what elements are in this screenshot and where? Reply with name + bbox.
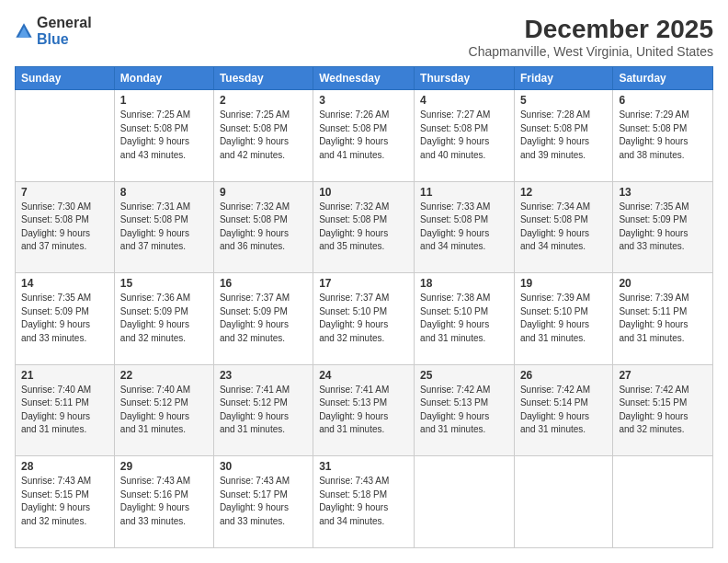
day-info: Sunrise: 7:43 AM Sunset: 5:16 PM Dayligh…: [120, 475, 208, 528]
calendar-cell: 9Sunrise: 7:32 AM Sunset: 5:08 PM Daylig…: [213, 181, 313, 273]
day-number: 4: [420, 94, 508, 107]
calendar-cell: 25Sunrise: 7:42 AM Sunset: 5:13 PM Dayli…: [415, 364, 515, 456]
day-info: Sunrise: 7:32 AM Sunset: 5:08 PM Dayligh…: [220, 201, 307, 254]
day-number: 3: [319, 94, 408, 107]
calendar-week: 14Sunrise: 7:35 AM Sunset: 5:09 PM Dayli…: [16, 273, 713, 365]
weekday-header: Saturday: [613, 67, 713, 90]
calendar-cell: 13Sunrise: 7:35 AM Sunset: 5:09 PM Dayli…: [613, 181, 713, 273]
calendar-cell: [16, 90, 115, 182]
day-info: Sunrise: 7:35 AM Sunset: 5:09 PM Dayligh…: [21, 292, 108, 345]
day-info: Sunrise: 7:41 AM Sunset: 5:13 PM Dayligh…: [319, 384, 408, 437]
logo: General Blue: [15, 15, 92, 47]
calendar-cell: 27Sunrise: 7:42 AM Sunset: 5:15 PM Dayli…: [613, 364, 713, 456]
day-info: Sunrise: 7:35 AM Sunset: 5:09 PM Dayligh…: [619, 201, 707, 254]
day-number: 31: [319, 460, 408, 473]
calendar-cell: 6Sunrise: 7:29 AM Sunset: 5:08 PM Daylig…: [613, 90, 713, 182]
weekday-header: Wednesday: [313, 67, 415, 90]
weekday-header: Thursday: [415, 67, 515, 90]
calendar-cell: 1Sunrise: 7:25 AM Sunset: 5:08 PM Daylig…: [114, 90, 213, 182]
day-number: 7: [21, 186, 108, 199]
calendar-cell: 11Sunrise: 7:33 AM Sunset: 5:08 PM Dayli…: [415, 181, 515, 273]
day-info: Sunrise: 7:42 AM Sunset: 5:14 PM Dayligh…: [520, 384, 607, 437]
day-number: 27: [619, 369, 707, 382]
weekday-row: SundayMondayTuesdayWednesdayThursdayFrid…: [16, 67, 713, 90]
day-info: Sunrise: 7:30 AM Sunset: 5:08 PM Dayligh…: [21, 201, 108, 254]
calendar-cell: 4Sunrise: 7:27 AM Sunset: 5:08 PM Daylig…: [415, 90, 515, 182]
day-number: 26: [520, 369, 607, 382]
day-number: 12: [520, 186, 607, 199]
day-info: Sunrise: 7:39 AM Sunset: 5:10 PM Dayligh…: [520, 292, 607, 345]
day-info: Sunrise: 7:31 AM Sunset: 5:08 PM Dayligh…: [120, 201, 208, 254]
day-number: 17: [319, 277, 408, 290]
day-number: 2: [220, 94, 307, 107]
day-info: Sunrise: 7:28 AM Sunset: 5:08 PM Dayligh…: [520, 109, 607, 162]
day-info: Sunrise: 7:38 AM Sunset: 5:10 PM Dayligh…: [420, 292, 508, 345]
calendar-cell: 2Sunrise: 7:25 AM Sunset: 5:08 PM Daylig…: [213, 90, 313, 182]
logo-blue: Blue: [37, 31, 92, 48]
calendar-cell: [514, 456, 612, 548]
calendar-cell: 30Sunrise: 7:43 AM Sunset: 5:17 PM Dayli…: [213, 456, 313, 548]
day-info: Sunrise: 7:32 AM Sunset: 5:08 PM Dayligh…: [319, 201, 408, 254]
day-number: 29: [120, 460, 208, 473]
calendar-week: 1Sunrise: 7:25 AM Sunset: 5:08 PM Daylig…: [16, 90, 713, 182]
day-number: 23: [220, 369, 307, 382]
day-number: 16: [220, 277, 307, 290]
day-info: Sunrise: 7:43 AM Sunset: 5:15 PM Dayligh…: [21, 475, 108, 528]
month-title: December 2025: [469, 15, 713, 44]
page: General Blue December 2025 Chapmanville,…: [0, 0, 728, 563]
day-info: Sunrise: 7:37 AM Sunset: 5:09 PM Dayligh…: [220, 292, 307, 345]
calendar-cell: 3Sunrise: 7:26 AM Sunset: 5:08 PM Daylig…: [313, 90, 415, 182]
calendar-cell: 28Sunrise: 7:43 AM Sunset: 5:15 PM Dayli…: [16, 456, 115, 548]
calendar-week: 21Sunrise: 7:40 AM Sunset: 5:11 PM Dayli…: [16, 364, 713, 456]
day-info: Sunrise: 7:43 AM Sunset: 5:17 PM Dayligh…: [220, 475, 307, 528]
day-info: Sunrise: 7:40 AM Sunset: 5:11 PM Dayligh…: [21, 384, 108, 437]
day-number: 11: [420, 186, 508, 199]
day-info: Sunrise: 7:41 AM Sunset: 5:12 PM Dayligh…: [220, 384, 307, 437]
calendar-cell: 7Sunrise: 7:30 AM Sunset: 5:08 PM Daylig…: [16, 181, 115, 273]
day-info: Sunrise: 7:42 AM Sunset: 5:15 PM Dayligh…: [619, 384, 707, 437]
calendar-cell: 8Sunrise: 7:31 AM Sunset: 5:08 PM Daylig…: [114, 181, 213, 273]
calendar-week: 7Sunrise: 7:30 AM Sunset: 5:08 PM Daylig…: [16, 181, 713, 273]
day-number: 9: [220, 186, 307, 199]
logo-text: General Blue: [37, 15, 92, 47]
day-info: Sunrise: 7:37 AM Sunset: 5:10 PM Dayligh…: [319, 292, 408, 345]
day-info: Sunrise: 7:40 AM Sunset: 5:12 PM Dayligh…: [120, 384, 208, 437]
day-info: Sunrise: 7:43 AM Sunset: 5:18 PM Dayligh…: [319, 475, 408, 528]
calendar-cell: 5Sunrise: 7:28 AM Sunset: 5:08 PM Daylig…: [514, 90, 612, 182]
day-info: Sunrise: 7:36 AM Sunset: 5:09 PM Dayligh…: [120, 292, 208, 345]
location-title: Chapmanville, West Virginia, United Stat…: [469, 44, 713, 59]
day-number: 25: [420, 369, 508, 382]
calendar-cell: [613, 456, 713, 548]
weekday-header: Tuesday: [213, 67, 313, 90]
calendar-cell: 22Sunrise: 7:40 AM Sunset: 5:12 PM Dayli…: [114, 364, 213, 456]
day-info: Sunrise: 7:42 AM Sunset: 5:13 PM Dayligh…: [420, 384, 508, 437]
day-number: 28: [21, 460, 108, 473]
day-info: Sunrise: 7:25 AM Sunset: 5:08 PM Dayligh…: [120, 109, 208, 162]
day-number: 30: [220, 460, 307, 473]
day-number: 10: [319, 186, 408, 199]
day-number: 19: [520, 277, 607, 290]
day-info: Sunrise: 7:27 AM Sunset: 5:08 PM Dayligh…: [420, 109, 508, 162]
weekday-header: Monday: [114, 67, 213, 90]
day-info: Sunrise: 7:26 AM Sunset: 5:08 PM Dayligh…: [319, 109, 408, 162]
day-info: Sunrise: 7:39 AM Sunset: 5:11 PM Dayligh…: [619, 292, 707, 345]
calendar-cell: 10Sunrise: 7:32 AM Sunset: 5:08 PM Dayli…: [313, 181, 415, 273]
calendar-cell: 14Sunrise: 7:35 AM Sunset: 5:09 PM Dayli…: [16, 273, 115, 365]
day-info: Sunrise: 7:34 AM Sunset: 5:08 PM Dayligh…: [520, 201, 607, 254]
calendar-cell: 20Sunrise: 7:39 AM Sunset: 5:11 PM Dayli…: [613, 273, 713, 365]
calendar-cell: 24Sunrise: 7:41 AM Sunset: 5:13 PM Dayli…: [313, 364, 415, 456]
day-number: 15: [120, 277, 208, 290]
title-area: December 2025 Chapmanville, West Virgini…: [469, 15, 713, 59]
calendar-cell: 29Sunrise: 7:43 AM Sunset: 5:16 PM Dayli…: [114, 456, 213, 548]
calendar-body: 1Sunrise: 7:25 AM Sunset: 5:08 PM Daylig…: [16, 90, 713, 548]
day-number: 24: [319, 369, 408, 382]
calendar-cell: 17Sunrise: 7:37 AM Sunset: 5:10 PM Dayli…: [313, 273, 415, 365]
day-number: 13: [619, 186, 707, 199]
day-number: 22: [120, 369, 208, 382]
day-number: 6: [619, 94, 707, 107]
logo-general: General: [37, 15, 92, 31]
calendar-cell: 26Sunrise: 7:42 AM Sunset: 5:14 PM Dayli…: [514, 364, 612, 456]
day-number: 8: [120, 186, 208, 199]
calendar-cell: 23Sunrise: 7:41 AM Sunset: 5:12 PM Dayli…: [213, 364, 313, 456]
header: General Blue December 2025 Chapmanville,…: [15, 15, 713, 59]
